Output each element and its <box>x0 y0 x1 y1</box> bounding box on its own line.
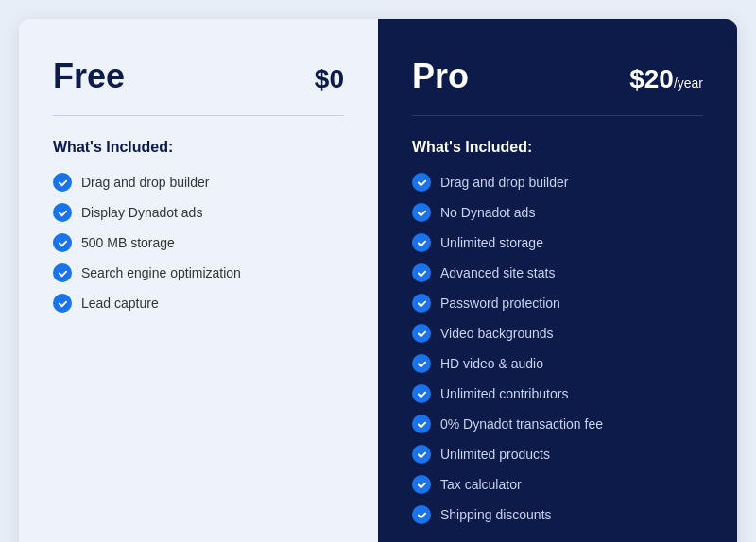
check-icon <box>412 294 431 313</box>
list-item: Search engine optimization <box>53 263 344 282</box>
feature-text: 500 MB storage <box>81 235 175 250</box>
pro-included-label: What's Included: <box>412 139 703 156</box>
list-item: Lead capture <box>53 294 344 313</box>
list-item: Password protection <box>412 294 703 313</box>
check-icon <box>53 263 72 282</box>
check-icon <box>53 173 72 192</box>
check-icon <box>412 475 431 494</box>
check-icon <box>412 415 431 433</box>
feature-text: Search engine optimization <box>81 265 241 280</box>
feature-text: Advanced site stats <box>440 265 555 280</box>
pro-price-period: /year <box>674 76 703 91</box>
check-icon <box>412 505 431 524</box>
list-item: Video backgrounds <box>412 324 703 343</box>
list-item: No Dynadot ads <box>412 203 703 222</box>
pro-feature-list: Drag and drop builder No Dynadot ads Unl… <box>412 173 703 524</box>
pro-plan-name: Pro <box>412 57 469 96</box>
free-plan-price: $0 <box>315 64 344 94</box>
list-item: Unlimited contributors <box>412 384 703 403</box>
list-item: Tax calculator <box>412 475 703 494</box>
pricing-container: Free $0 What's Included: Drag and drop b… <box>19 19 737 542</box>
list-item: HD video & audio <box>412 354 703 373</box>
check-icon <box>53 203 72 222</box>
pro-plan-card: Pro $20/year What's Included: Drag and d… <box>378 19 737 542</box>
check-icon <box>53 233 72 252</box>
feature-text: Drag and drop builder <box>440 175 568 190</box>
list-item: Drag and drop builder <box>412 173 703 192</box>
list-item: 0% Dynadot transaction fee <box>412 415 703 433</box>
list-item: Shipping discounts <box>412 505 703 524</box>
free-divider <box>53 115 344 116</box>
feature-text: Tax calculator <box>440 477 522 492</box>
check-icon <box>412 354 431 373</box>
feature-text: Unlimited storage <box>440 235 543 250</box>
list-item: Unlimited storage <box>412 233 703 252</box>
check-icon <box>412 384 431 403</box>
free-included-label: What's Included: <box>53 139 344 156</box>
feature-text: Drag and drop builder <box>81 175 209 190</box>
free-plan-card: Free $0 What's Included: Drag and drop b… <box>19 19 378 542</box>
feature-text: Unlimited products <box>440 447 550 462</box>
feature-text: No Dynadot ads <box>440 205 535 220</box>
free-plan-header: Free $0 <box>53 57 344 96</box>
feature-text: Lead capture <box>81 296 159 311</box>
check-icon <box>412 324 431 343</box>
list-item: Display Dynadot ads <box>53 203 344 222</box>
feature-text: 0% Dynadot transaction fee <box>440 416 603 432</box>
pro-divider <box>412 115 703 116</box>
feature-text: Video backgrounds <box>440 326 554 341</box>
free-plan-name: Free <box>53 57 125 96</box>
check-icon <box>412 233 431 252</box>
check-icon <box>412 445 431 464</box>
check-icon <box>412 263 431 282</box>
pro-plan-price: $20/year <box>629 64 703 94</box>
list-item: Advanced site stats <box>412 263 703 282</box>
feature-text: Password protection <box>440 296 560 311</box>
check-icon <box>53 294 72 313</box>
check-icon <box>412 203 431 222</box>
feature-text: Shipping discounts <box>440 507 552 522</box>
list-item: 500 MB storage <box>53 233 344 252</box>
pro-plan-header: Pro $20/year <box>412 57 703 96</box>
feature-text: Display Dynadot ads <box>81 205 202 220</box>
list-item: Drag and drop builder <box>53 173 344 192</box>
feature-text: HD video & audio <box>440 356 543 371</box>
check-icon <box>412 173 431 192</box>
list-item: Unlimited products <box>412 445 703 464</box>
free-feature-list: Drag and drop builder Display Dynadot ad… <box>53 173 344 313</box>
feature-text: Unlimited contributors <box>440 386 568 401</box>
